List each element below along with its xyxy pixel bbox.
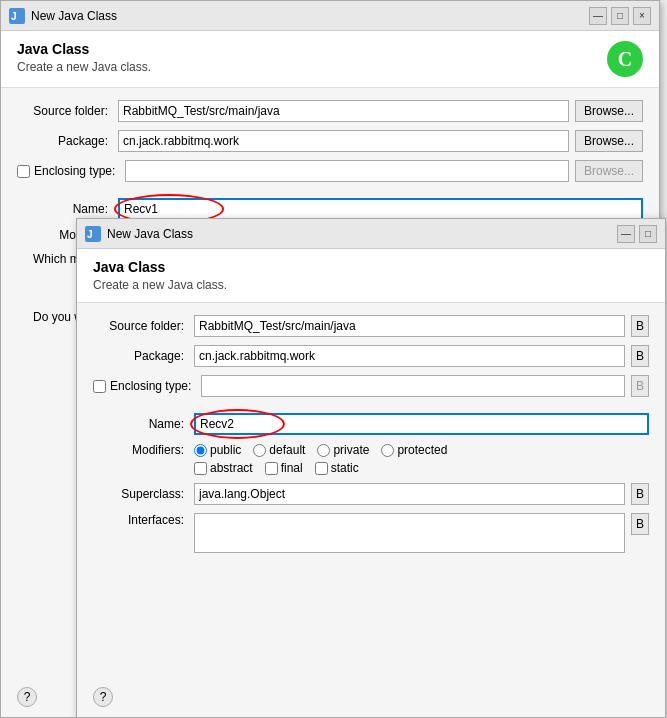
source-folder-label-2: Source folder:	[93, 319, 188, 333]
header-text-2: Java Class Create a new Java class.	[93, 259, 227, 292]
window-title-2: New Java Class	[107, 227, 193, 241]
minimize-btn-2[interactable]: —	[617, 225, 635, 243]
enclosing-type-browse-1[interactable]: Browse...	[575, 160, 643, 182]
enclosing-type-input-2[interactable]	[201, 375, 625, 397]
interfaces-browse-2[interactable]: B	[631, 513, 649, 535]
superclass-browse-2[interactable]: B	[631, 483, 649, 505]
title-bar-2: J New Java Class — □	[77, 219, 665, 249]
maximize-btn-2[interactable]: □	[639, 225, 657, 243]
package-label-1: Package:	[17, 134, 112, 148]
modifier-default-text: default	[269, 443, 305, 457]
modifier-static-text: static	[331, 461, 359, 475]
name-input-1[interactable]	[118, 198, 643, 220]
modifier-private-radio[interactable]	[317, 444, 330, 457]
header-text-1: Java Class Create a new Java class.	[17, 41, 151, 74]
modifier-static-label[interactable]: static	[315, 461, 359, 475]
name-label-1: Name:	[17, 202, 112, 216]
modifiers-checkbox-group-2: abstract final static	[194, 461, 447, 475]
modifier-private-text: private	[333, 443, 369, 457]
title-bar-controls-2: — □	[617, 225, 657, 243]
modifier-protected-radio[interactable]	[381, 444, 394, 457]
modifier-abstract-label[interactable]: abstract	[194, 461, 253, 475]
modifier-final-text: final	[281, 461, 303, 475]
window-title-1: New Java Class	[31, 9, 117, 23]
enclosing-type-row-2: Enclosing type: B	[93, 375, 649, 397]
header-logo-1: C	[607, 41, 643, 77]
modifier-final-checkbox[interactable]	[265, 462, 278, 475]
interfaces-label-2: Interfaces:	[93, 513, 188, 527]
modifier-public-label[interactable]: public	[194, 443, 241, 457]
modifier-abstract-text: abstract	[210, 461, 253, 475]
package-row-1: Package: Browse...	[17, 130, 643, 152]
title-bar-1: J New Java Class — □ ×	[1, 1, 659, 31]
source-folder-input-2[interactable]	[194, 315, 625, 337]
source-folder-browse-2[interactable]: B	[631, 315, 649, 337]
modifier-protected-text: protected	[397, 443, 447, 457]
package-browse-1[interactable]: Browse...	[575, 130, 643, 152]
source-folder-row-2: Source folder: B	[93, 315, 649, 337]
interfaces-list-2[interactable]	[194, 513, 625, 553]
minimize-btn-1[interactable]: —	[589, 7, 607, 25]
source-folder-row-1: Source folder: Browse...	[17, 100, 643, 122]
header-title-1: Java Class	[17, 41, 151, 57]
enclosing-label-container-1: Enclosing type:	[17, 164, 119, 178]
package-input-1[interactable]	[118, 130, 569, 152]
modifier-public-text: public	[210, 443, 241, 457]
enclosing-type-row-1: Enclosing type: Browse...	[17, 160, 643, 182]
package-browse-2[interactable]: B	[631, 345, 649, 367]
header-subtitle-2: Create a new Java class.	[93, 278, 227, 292]
superclass-input-2[interactable]	[194, 483, 625, 505]
modifier-private-label[interactable]: private	[317, 443, 369, 457]
header-1: Java Class Create a new Java class. C	[1, 31, 659, 88]
modifiers-row-2: Modifiers: public default private	[93, 443, 649, 475]
svg-text:J: J	[87, 229, 93, 240]
source-folder-browse-1[interactable]: Browse...	[575, 100, 643, 122]
name-label-2: Name:	[93, 417, 188, 431]
enclosing-type-label-2: Enclosing type:	[110, 379, 191, 393]
help-icon-1[interactable]: ?	[17, 687, 37, 707]
package-label-2: Package:	[93, 349, 188, 363]
title-bar-left-2: J New Java Class	[85, 226, 193, 242]
modifier-default-radio[interactable]	[253, 444, 266, 457]
enclosing-type-label-1: Enclosing type:	[34, 164, 115, 178]
maximize-btn-1[interactable]: □	[611, 7, 629, 25]
window-2: J New Java Class — □ Java Class Create a…	[76, 218, 666, 718]
header-subtitle-1: Create a new Java class.	[17, 60, 151, 74]
help-icon-2[interactable]: ?	[93, 687, 113, 707]
modifier-final-label[interactable]: final	[265, 461, 303, 475]
enclosing-type-input-1[interactable]	[125, 160, 569, 182]
modifiers-options-2: public default private protected	[194, 443, 447, 475]
modifier-public-radio[interactable]	[194, 444, 207, 457]
header-2: Java Class Create a new Java class.	[77, 249, 665, 303]
modifiers-radio-group-2: public default private protected	[194, 443, 447, 457]
superclass-row-2: Superclass: B	[93, 483, 649, 505]
source-folder-input-1[interactable]	[118, 100, 569, 122]
interfaces-row-2: Interfaces: B	[93, 513, 649, 553]
modifier-protected-label[interactable]: protected	[381, 443, 447, 457]
modifiers-label-2: Modifiers:	[93, 443, 188, 457]
name-row-1: Name:	[17, 198, 643, 220]
superclass-label-2: Superclass:	[93, 487, 188, 501]
enclosing-type-browse-2[interactable]: B	[631, 375, 649, 397]
enclosing-label-container-2: Enclosing type:	[93, 379, 195, 393]
source-folder-label-1: Source folder:	[17, 104, 112, 118]
title-bar-controls-1: — □ ×	[589, 7, 651, 25]
close-btn-1[interactable]: ×	[633, 7, 651, 25]
title-bar-left-1: J New Java Class	[9, 8, 117, 24]
name-input-2[interactable]	[194, 413, 649, 435]
modifier-abstract-checkbox[interactable]	[194, 462, 207, 475]
modifier-default-label[interactable]: default	[253, 443, 305, 457]
java-icon-2: J	[85, 226, 101, 242]
package-input-2[interactable]	[194, 345, 625, 367]
svg-text:J: J	[11, 11, 17, 22]
java-icon-1: J	[9, 8, 25, 24]
package-row-2: Package: B	[93, 345, 649, 367]
enclosing-type-checkbox-2[interactable]	[93, 380, 106, 393]
name-row-2: Name:	[93, 413, 649, 435]
form-area-2: Source folder: B Package: B Enclosing ty…	[77, 303, 665, 573]
modifier-static-checkbox[interactable]	[315, 462, 328, 475]
enclosing-type-checkbox-1[interactable]	[17, 165, 30, 178]
header-title-2: Java Class	[93, 259, 227, 275]
